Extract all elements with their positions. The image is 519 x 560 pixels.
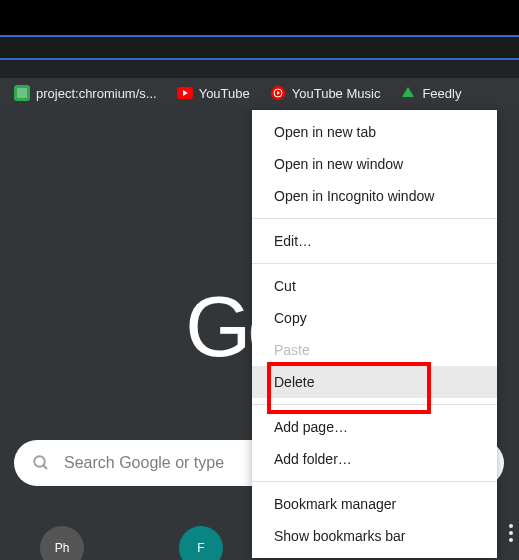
toolbar-area <box>0 60 519 78</box>
menu-edit[interactable]: Edit… <box>252 225 497 257</box>
menu-divider <box>252 481 497 482</box>
tab-strip-area <box>0 37 519 58</box>
bookmarks-bar: project:chromium/s... YouTube YouTube Mu… <box>0 78 519 108</box>
youtube-music-icon <box>270 85 286 101</box>
search-icon <box>32 454 50 472</box>
feedly-icon <box>400 85 416 101</box>
search-placeholder: Search Google or type <box>64 454 224 472</box>
menu-delete[interactable]: Delete <box>252 366 497 398</box>
bookmark-label: YouTube <box>199 86 250 101</box>
menu-add-folder[interactable]: Add folder… <box>252 443 497 475</box>
bookmark-label: YouTube Music <box>292 86 381 101</box>
svg-line-9 <box>43 465 47 469</box>
shortcut-icon[interactable]: F <box>179 526 223 560</box>
svg-marker-7 <box>402 87 414 97</box>
menu-open-new-tab[interactable]: Open in new tab <box>252 116 497 148</box>
menu-divider <box>252 263 497 264</box>
menu-bookmark-manager[interactable]: Bookmark manager <box>252 488 497 520</box>
menu-show-bookmarks-bar[interactable]: Show bookmarks bar <box>252 520 497 552</box>
bookmark-item-project[interactable]: project:chromium/s... <box>8 81 163 105</box>
menu-divider <box>252 218 497 219</box>
bookmark-label: project:chromium/s... <box>36 86 157 101</box>
shortcut-icon[interactable]: Ph <box>40 526 84 560</box>
svg-point-8 <box>34 456 45 467</box>
youtube-icon <box>177 85 193 101</box>
more-menu-icon[interactable] <box>509 524 513 542</box>
menu-divider <box>252 404 497 405</box>
bookmark-context-menu: Open in new tab Open in new window Open … <box>252 110 497 558</box>
menu-copy[interactable]: Copy <box>252 302 497 334</box>
bookmark-icon <box>14 85 30 101</box>
menu-open-new-window[interactable]: Open in new window <box>252 148 497 180</box>
bookmark-item-youtube[interactable]: YouTube <box>171 81 256 105</box>
bookmark-item-youtube-music[interactable]: YouTube Music <box>264 81 387 105</box>
new-tab-page: Goo Search Google or type Ph F Open in n… <box>0 108 519 560</box>
menu-cut[interactable]: Cut <box>252 270 497 302</box>
window-top-bar <box>0 0 519 35</box>
menu-open-incognito[interactable]: Open in Incognito window <box>252 180 497 212</box>
svg-rect-1 <box>17 88 27 98</box>
menu-add-page[interactable]: Add page… <box>252 411 497 443</box>
shortcuts-row: Ph F <box>40 526 223 560</box>
bookmark-item-feedly[interactable]: Feedly <box>394 81 467 105</box>
menu-paste: Paste <box>252 334 497 366</box>
bookmark-label: Feedly <box>422 86 461 101</box>
